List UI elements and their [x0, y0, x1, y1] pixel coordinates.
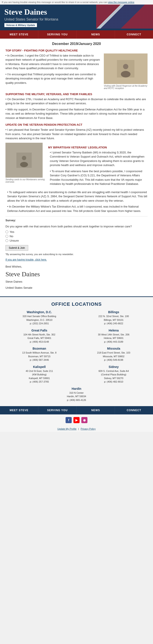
- senator-name: Steve Daines: [4, 8, 58, 16]
- office-sidney-address: 609 S. Central Ave, Suite A4 (Central Pl…: [79, 369, 149, 384]
- main-content: December 2019/January 2020 TOP STORY - F…: [0, 39, 153, 296]
- office-billings-address: 222 N. 32nd Street, Ste. 100 Billings, M…: [79, 314, 149, 326]
- office-hardin-wrapper: Hardin 310 N Center Hardin, MT 59034 p: …: [4, 387, 149, 402]
- office-bozeman: Bozeman 13 South Willson Avenue, Ste. 8 …: [4, 347, 74, 362]
- office-kalispell-city: Kalispell: [4, 365, 74, 368]
- svg-point-2: [121, 71, 130, 78]
- section4-title: MY BIPARTISAN VETERANS' LEGISLATION: [48, 146, 147, 149]
- office-bozeman-city: Bozeman: [4, 347, 74, 350]
- footer-nav: MEET STEVE SERVING YOU NEWS CONNECT: [0, 406, 153, 414]
- photo-icon: [117, 60, 134, 78]
- header: Steve Daines United States Senator for M…: [0, 4, 153, 30]
- office-kalispell-address: 40 2nd St East, Suite 211 (KM Building) …: [4, 369, 74, 384]
- header-badge: Veteran & Military Update: [4, 23, 37, 27]
- newsletter-date: December 2019/January 2020: [6, 42, 147, 46]
- office-helena-address: 30 West 14th Street, Ste. 206 Helena, MT…: [79, 333, 149, 344]
- bullet-2: To ensure that veterans have the best pr…: [48, 169, 147, 186]
- signer-title: United States Senate: [6, 286, 147, 290]
- main-nav: MEET STEVE SERVING YOU NEWS CONNECT: [0, 30, 153, 39]
- svg-point-4: [22, 156, 26, 160]
- flag-decoration: [96, 4, 153, 28]
- top-banner: If you are having trouble viewing this m…: [0, 0, 153, 4]
- office-hardin: Hardin 310 N Center Hardin, MT 59034 p: …: [40, 387, 113, 402]
- office-helena: Helena 30 West 14th Street, Ste. 206 Hel…: [79, 329, 149, 344]
- office-bozeman-address: 13 South Willson Avenue, Ste. 8 Bozeman,…: [4, 351, 74, 362]
- bullet-1: I joined Senator Tammy Baldwin (WI) in i…: [48, 150, 147, 168]
- signature-section: Best Wishes, Steve Daines Steve Daines U…: [6, 264, 147, 290]
- survey-title: Survey:: [6, 218, 147, 222]
- photo-icon-2: [16, 152, 32, 168]
- office-helena-city: Helena: [79, 329, 149, 332]
- footer-nav-connect[interactable]: CONNECT: [115, 406, 153, 414]
- survey-radio-no[interactable]: [6, 235, 8, 238]
- survey-question: Do you agree with me that senators from …: [6, 224, 147, 229]
- office-section-title: OFFICE LOCATIONS: [4, 302, 149, 307]
- bottom-space: [0, 432, 153, 476]
- bullet-3: To safeguard veterans who are transition…: [6, 190, 147, 203]
- office-sidney: Sidney 609 S. Central Ave, Suite A4 (Cen…: [79, 365, 149, 384]
- office-hardin-address: 310 N Center Hardin, MT 59034 p: (406) 6…: [40, 391, 113, 402]
- instagram-icon[interactable]: ◉: [81, 417, 87, 423]
- youtube-icon[interactable]: ▶: [73, 417, 80, 423]
- office-great-falls-city: Great Falls: [4, 329, 74, 332]
- office-washington-address: 320 Hart Senate Office Building Washingt…: [4, 314, 74, 326]
- survey-radio-unsure[interactable]: [6, 239, 8, 242]
- para-1: • In December, I urged the CEO of TriWes…: [6, 54, 101, 70]
- office-washington-city: Washington, D.C.: [4, 310, 74, 314]
- office-great-falls: Great Falls 104 4th Street North, Ste. 3…: [4, 329, 74, 344]
- bipartisan-photo: [6, 143, 43, 178]
- footer-separator: |: [78, 428, 80, 430]
- footer-nav-serving-you[interactable]: SERVING YOU: [38, 406, 77, 414]
- footer-nav-meet-steve[interactable]: MEET STEVE: [0, 406, 38, 414]
- top-story-section: • In December, I urged the CEO of TriWes…: [6, 54, 147, 90]
- footer-nav-news[interactable]: NEWS: [77, 406, 115, 414]
- svg-point-1: [123, 64, 128, 69]
- survey-label-no: No: [10, 234, 13, 238]
- bipartisan-section: Sending cards to our Montanans serving o…: [6, 143, 147, 188]
- section3-title: UPDATE ON THE VETERAN PENSION PROTECTION…: [6, 123, 147, 126]
- bipartisan-text-col: MY BIPARTISAN VETERANS' LEGISLATION I jo…: [48, 143, 147, 188]
- survey-option-no[interactable]: No: [6, 234, 147, 238]
- signer-name: Steve Daines: [6, 280, 147, 284]
- office-missoula-city: Missoula: [79, 347, 149, 350]
- best-wishes: Best Wishes,: [6, 264, 147, 269]
- para-5: • I am pleased that Senator Tester and S…: [6, 128, 147, 140]
- top-story-text: • In December, I urged the CEO of TriWes…: [6, 54, 101, 90]
- trouble-link[interactable]: If you are having trouble, click here.: [6, 258, 47, 261]
- para-4: • With my support, in December Congress …: [6, 107, 147, 120]
- top-story-caption: Visiting with David Hogerson at the Acad…: [104, 85, 147, 90]
- academy-photo: [104, 54, 147, 84]
- office-grid: Washington, D.C. 320 Hart Senate Office …: [4, 310, 149, 402]
- office-locations: OFFICE LOCATIONS Washington, D.C. 320 Ha…: [0, 296, 153, 406]
- header-content: Steve Daines United States Senator for M…: [4, 8, 58, 27]
- bullet-4: In December the Military Widow's Tax Eli…: [6, 204, 147, 213]
- office-great-falls-address: 104 4th Street North, Ste. 302 Great Fal…: [4, 333, 74, 344]
- social-icons-row: f ▶ ◉: [0, 414, 153, 426]
- bipartisan-caption: Sending cards to our Montanans serving o…: [6, 178, 45, 183]
- para-3: • On December 27th, I hosted an Academy …: [6, 97, 147, 106]
- survey-option-yes[interactable]: Yes: [6, 230, 147, 234]
- section2-title: SUPPORTING THE MILITARY, VETERANS, AND T…: [6, 92, 147, 96]
- senator-title: United States Senator for Montana: [4, 18, 58, 22]
- update-profile-link[interactable]: Update My Profile: [58, 428, 77, 430]
- divider-1: [6, 216, 147, 216]
- view-online-link[interactable]: view the message online: [108, 1, 134, 4]
- survey-radio-yes[interactable]: [6, 230, 8, 233]
- office-missoula-address: 218 East Front Street, Ste. 103 Missoula…: [79, 351, 149, 362]
- nav-meet-steve[interactable]: MEET STEVE: [0, 30, 38, 39]
- submit-button[interactable]: Submit & Join: [6, 245, 28, 251]
- svg-point-5: [20, 162, 28, 167]
- office-washington: Washington, D.C. 320 Hart Senate Office …: [4, 310, 74, 326]
- privacy-policy-link[interactable]: Privacy Policy: [81, 428, 95, 430]
- nav-news[interactable]: NEWS: [77, 30, 115, 39]
- nav-connect[interactable]: CONNECT: [115, 30, 153, 39]
- banner-text: If you are having trouble viewing this m…: [2, 1, 107, 4]
- office-hardin-city: Hardin: [40, 387, 113, 390]
- top-story-image: Visiting with David Hogerson at the Acad…: [104, 54, 147, 90]
- facebook-icon[interactable]: f: [66, 417, 72, 423]
- footer-links: Update My Profile | Privacy Policy: [0, 426, 153, 432]
- nav-serving-you[interactable]: SERVING YOU: [38, 30, 77, 39]
- survey-option-unsure[interactable]: Unsure: [6, 239, 147, 242]
- office-billings-city: Billings: [79, 310, 149, 314]
- survey-note: *By answering this survey, you are subsc…: [6, 252, 147, 256]
